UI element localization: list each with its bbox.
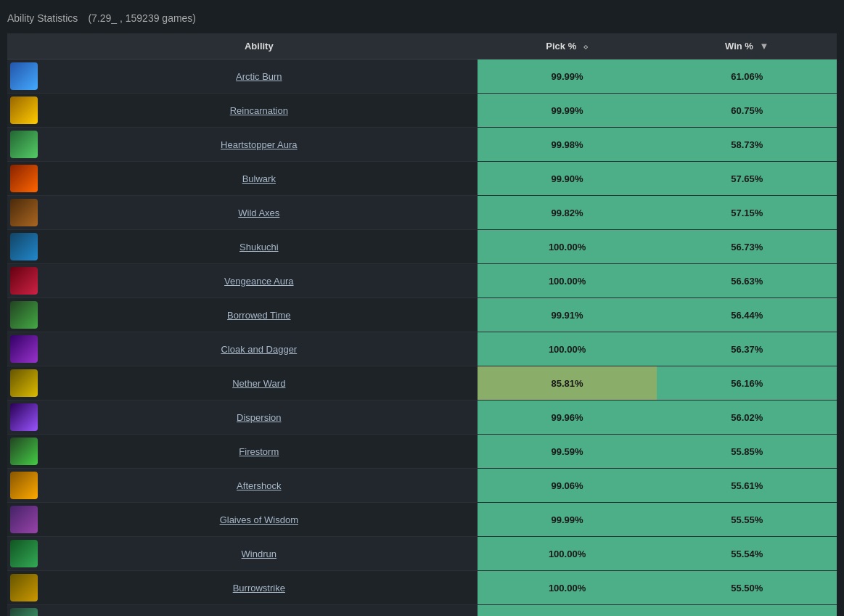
- ability-column-header[interactable]: Ability: [41, 33, 478, 59]
- pick-percent-cell: 100.00%: [478, 332, 657, 366]
- ability-name-cell[interactable]: Kraken Shell: [41, 605, 478, 617]
- ability-name-cell[interactable]: Burrowstrike: [41, 571, 478, 605]
- ability-icon-cell: [7, 332, 41, 366]
- ability-name-cell[interactable]: Wild Axes: [41, 196, 478, 230]
- ability-name-link[interactable]: Dispersion: [237, 412, 281, 423]
- win-percent-cell: 55.61%: [657, 469, 837, 503]
- table-row: Vengeance Aura100.00%56.63%: [7, 264, 837, 298]
- table-row: Firestorm99.59%55.85%: [7, 435, 837, 469]
- ability-name-cell[interactable]: Firestorm: [41, 435, 478, 469]
- ability-name-link[interactable]: Aftershock: [237, 480, 281, 491]
- ability-icon-cell: [7, 264, 41, 298]
- ability-name-cell[interactable]: Glaives of Wisdom: [41, 503, 478, 537]
- win-percent-cell: 57.15%: [657, 196, 837, 230]
- ability-name-cell[interactable]: Aftershock: [41, 469, 478, 503]
- ability-name-cell[interactable]: Nether Ward: [41, 366, 478, 401]
- ability-name-link[interactable]: Wild Axes: [238, 208, 279, 218]
- ability-name-link[interactable]: Vengeance Aura: [224, 276, 293, 287]
- table-row: Aftershock99.06%55.61%: [7, 469, 837, 503]
- ability-icon: [10, 506, 38, 533]
- win-percent-cell: 56.37%: [657, 332, 837, 366]
- ability-icon: [10, 369, 38, 397]
- ability-icon-cell: [7, 128, 41, 162]
- pick-percent-cell: 99.96%: [478, 401, 657, 435]
- pick-percent-cell: 100.00%: [478, 537, 657, 571]
- ability-name-link[interactable]: Borrowed Time: [227, 310, 290, 321]
- ability-name-cell[interactable]: Cloak and Dagger: [41, 332, 478, 366]
- table-row: Burrowstrike100.00%55.50%: [7, 571, 837, 605]
- ability-name-link[interactable]: Cloak and Dagger: [221, 344, 297, 355]
- pick-percent-cell: 99.91%: [478, 298, 657, 332]
- ability-icon-cell: [7, 537, 41, 571]
- pick-percent-cell: 99.06%: [478, 469, 657, 503]
- ability-name-cell[interactable]: Dispersion: [41, 401, 478, 435]
- win-percent-cell: 58.73%: [657, 128, 837, 162]
- ability-icon-cell: [7, 94, 41, 128]
- ability-icon-cell: [7, 571, 41, 605]
- ability-icon: [10, 199, 38, 226]
- win-percent-cell: 57.65%: [657, 162, 837, 196]
- pick-percent-cell: 99.99%: [478, 94, 657, 128]
- win-column-header[interactable]: Win % ▼: [657, 33, 837, 59]
- ability-name-cell[interactable]: Bulwark: [41, 162, 478, 196]
- ability-name-link[interactable]: Arctic Burn: [236, 71, 282, 82]
- ability-name-cell[interactable]: Shukuchi: [41, 230, 478, 264]
- pick-percent-cell: 85.81%: [478, 366, 657, 401]
- ability-icon-cell: [7, 298, 41, 332]
- win-percent-cell: 55.54%: [657, 537, 837, 571]
- ability-name-cell[interactable]: Windrun: [41, 537, 478, 571]
- table-row: Borrowed Time99.91%56.44%: [7, 298, 837, 332]
- win-percent-cell: 55.50%: [657, 605, 837, 617]
- win-percent-cell: 55.85%: [657, 435, 837, 469]
- ability-icon-cell: [7, 401, 41, 435]
- ability-name-link[interactable]: Firestorm: [239, 446, 279, 457]
- ability-icon: [10, 165, 38, 192]
- ability-name-link[interactable]: Reincarnation: [230, 105, 288, 116]
- win-percent-cell: 56.02%: [657, 401, 837, 435]
- pick-column-header[interactable]: Pick % ⬦: [478, 33, 657, 59]
- table-row: Reincarnation99.99%60.75%: [7, 94, 837, 128]
- pick-percent-cell: 99.98%: [478, 128, 657, 162]
- ability-name-cell[interactable]: Heartstopper Aura: [41, 128, 478, 162]
- table-row: Shukuchi100.00%56.73%: [7, 230, 837, 264]
- table-row: Glaives of Wisdom99.99%55.55%: [7, 503, 837, 537]
- ability-name-link[interactable]: Burrowstrike: [233, 583, 285, 594]
- ability-name-cell[interactable]: Vengeance Aura: [41, 264, 478, 298]
- win-percent-cell: 56.73%: [657, 230, 837, 264]
- icon-column-header: [7, 33, 41, 59]
- table-row: Arctic Burn99.99%61.06%: [7, 59, 837, 94]
- ability-name-link[interactable]: Heartstopper Aura: [221, 139, 298, 150]
- ability-icon-cell: [7, 469, 41, 503]
- ability-icon-cell: [7, 503, 41, 537]
- win-percent-cell: 56.16%: [657, 366, 837, 401]
- ability-name-cell[interactable]: Arctic Burn: [41, 59, 478, 94]
- pick-percent-cell: 99.90%: [478, 162, 657, 196]
- ability-name-cell[interactable]: Reincarnation: [41, 94, 478, 128]
- ability-icon: [10, 233, 38, 260]
- table-row: Nether Ward85.81%56.16%: [7, 366, 837, 401]
- win-percent-cell: 55.50%: [657, 571, 837, 605]
- ability-icon: [10, 540, 38, 567]
- ability-name-cell[interactable]: Borrowed Time: [41, 298, 478, 332]
- win-percent-cell: 60.75%: [657, 94, 837, 128]
- page-title: Ability Statistics (7.29_ , 159239 games…: [7, 7, 837, 26]
- subtitle-text: (7.29_ , 159239 games): [88, 12, 196, 24]
- ability-icon-cell: [7, 366, 41, 401]
- win-percent-cell: 56.44%: [657, 298, 837, 332]
- table-row: Heartstopper Aura99.98%58.73%: [7, 128, 837, 162]
- ability-icon: [10, 301, 38, 329]
- ability-icon-cell: [7, 196, 41, 230]
- ability-icon: [10, 403, 38, 431]
- ability-name-link[interactable]: Nether Ward: [232, 378, 285, 389]
- ability-name-link[interactable]: Windrun: [242, 549, 276, 559]
- table-row: Wild Axes99.82%57.15%: [7, 196, 837, 230]
- table-body: Arctic Burn99.99%61.06%Reincarnation99.9…: [7, 59, 837, 617]
- ability-name-link[interactable]: Shukuchi: [239, 242, 278, 252]
- ability-name-link[interactable]: Glaives of Wisdom: [220, 514, 298, 525]
- ability-icon-cell: [7, 605, 41, 617]
- table-row: Windrun100.00%55.54%: [7, 537, 837, 571]
- ability-icon-cell: [7, 435, 41, 469]
- ability-name-link[interactable]: Bulwark: [242, 173, 276, 184]
- ability-icon: [10, 438, 38, 465]
- ability-icon: [10, 62, 38, 90]
